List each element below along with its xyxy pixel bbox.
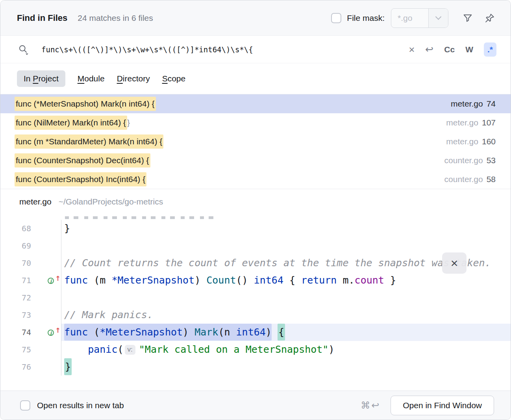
close-hint-button[interactable]: × xyxy=(442,252,467,274)
override-gutter-icon[interactable]: i↑ xyxy=(48,327,60,338)
code-editor-preview: 68 } 69 70 // Count returns the count of… xyxy=(0,214,511,391)
search-result-row[interactable]: func (m *StandardMeter) Mark(n int64) { … xyxy=(0,132,511,151)
result-match-text: func (CounterSnapshot) Dec(int64) { xyxy=(15,153,150,168)
code-line-76[interactable]: 76 } xyxy=(0,358,511,376)
preview-file-path: ~/GolandProjects/go-metrics xyxy=(59,197,163,206)
filter-button[interactable] xyxy=(462,12,474,24)
result-line-number: 107 xyxy=(482,118,496,127)
search-results-list: func (*MeterSnapshot) Mark(n int64) { me… xyxy=(0,94,511,189)
whole-words-toggle[interactable]: W xyxy=(465,45,473,54)
line-number: 76 xyxy=(0,358,31,376)
pin-icon xyxy=(484,13,495,24)
filter-icon xyxy=(462,13,473,24)
code-line-70[interactable]: 70 // Count returns the count of events … xyxy=(0,254,511,272)
find-in-files-dialog: Find in Files 24 matches in 6 files File… xyxy=(0,0,511,420)
result-line-number: 74 xyxy=(487,99,496,109)
matched-brace-highlight: } xyxy=(64,358,72,375)
search-result-row[interactable]: func (CounterSnapshot) Dec(int64) { coun… xyxy=(0,151,511,170)
result-match-text: func (CounterSnapshot) Inc(int64) { xyxy=(15,172,146,186)
override-gutter-icon[interactable]: i↑ xyxy=(48,275,60,286)
preview-header: meter.go ~/GolandProjects/go-metrics xyxy=(0,189,511,214)
scope-tabs: In Project Module Directory Scope xyxy=(0,63,511,94)
line-number: 75 xyxy=(0,341,31,358)
file-mask-select[interactable]: *.go xyxy=(391,8,448,28)
search-query-input[interactable]: func\s+\(([^\)]*\)\s+\w+\s*\(([^)]*int64… xyxy=(41,45,402,54)
result-line-number: 53 xyxy=(487,156,496,165)
result-file-name: meter.go xyxy=(446,118,478,127)
parameter-hint-inlay: v: xyxy=(125,345,135,355)
result-file-name: counter.go xyxy=(444,175,483,184)
open-in-find-window-button[interactable]: Open in Find Window xyxy=(391,396,494,415)
result-line-number: 160 xyxy=(482,137,496,146)
preview-pane: meter.go ~/GolandProjects/go-metrics 68 … xyxy=(0,189,511,391)
code-line-72[interactable]: 72 xyxy=(0,289,511,306)
scope-tab-module[interactable]: Module xyxy=(78,70,105,87)
file-mask-label: File mask: xyxy=(347,13,385,23)
match-count: 24 matches in 6 files xyxy=(78,13,153,23)
search-icon xyxy=(18,44,30,55)
result-match-text: func (NilMeter) Mark(n int64) { xyxy=(15,116,127,130)
dialog-header: Find in Files 24 matches in 6 files File… xyxy=(0,0,511,36)
regex-toggle[interactable]: .* xyxy=(484,42,496,57)
search-result-row[interactable]: func (CounterSnapshot) Inc(int64) { coun… xyxy=(0,170,511,189)
code-line-71[interactable]: 71 i↑ func (m *MeterSnapshot) Count() in… xyxy=(0,272,511,289)
result-match-text: func (m *StandardMeter) Mark(n int64) { xyxy=(15,134,163,149)
file-mask-value: *.go xyxy=(391,9,428,28)
scope-tab-directory[interactable]: Directory xyxy=(117,70,150,87)
matched-brace-highlight: { xyxy=(278,324,285,341)
close-icon: × xyxy=(451,256,458,271)
search-result-row[interactable]: func (NilMeter) Mark(n int64) {} meter.g… xyxy=(0,113,511,132)
comment-text: // Mark panics. xyxy=(64,309,153,321)
comment-text: // Count returns the count of events at … xyxy=(64,257,491,269)
scope-tab-in-project[interactable]: In Project xyxy=(17,70,65,87)
clear-search-button[interactable]: × xyxy=(409,44,415,55)
line-number: 71 xyxy=(0,272,31,289)
line-number: 70 xyxy=(0,254,31,272)
dialog-title: Find in Files xyxy=(17,13,67,23)
chevron-down-icon xyxy=(435,14,442,20)
result-line-number: 58 xyxy=(487,175,496,184)
search-field-row: func\s+\(([^\)]*\)\s+\w+\s*\(([^)]*int64… xyxy=(0,36,511,63)
code-line-73[interactable]: 73 // Mark panics. xyxy=(0,306,511,324)
line-number: 72 xyxy=(0,289,31,306)
line-number: 74 xyxy=(0,324,31,341)
result-file-name: counter.go xyxy=(444,156,483,165)
search-result-row[interactable]: func (*MeterSnapshot) Mark(n int64) { me… xyxy=(0,94,511,113)
result-file-name: meter.go xyxy=(446,137,478,146)
preview-file-name: meter.go xyxy=(19,197,52,206)
file-mask-dropdown-button[interactable] xyxy=(428,9,448,28)
line-number: 73 xyxy=(0,306,31,324)
dialog-footer: Open results in new tab ⌘↩ Open in Find … xyxy=(0,391,511,420)
file-mask-checkbox[interactable] xyxy=(331,13,341,23)
code-line-74[interactable]: 74 i↑ func (*MeterSnapshot) Mark(n int64… xyxy=(0,324,511,341)
open-results-new-tab-checkbox[interactable] xyxy=(20,400,30,411)
line-number: 69 xyxy=(0,237,31,254)
selected-match-highlight: func (*MeterSnapshot) Mark(n int64) xyxy=(64,324,272,341)
clipped-code-line xyxy=(0,214,511,220)
code-line-69[interactable]: 69 xyxy=(0,237,511,254)
open-results-new-tab-label: Open results in new tab xyxy=(37,401,124,410)
keyboard-shortcut-hint: ⌘↩ xyxy=(361,400,380,411)
scope-tab-scope[interactable]: Scope xyxy=(162,70,186,87)
line-number: 68 xyxy=(0,220,31,237)
code-line-75[interactable]: 75 panic(v:"Mark called on a MeterSnapsh… xyxy=(0,341,511,358)
code-line-68[interactable]: 68 } xyxy=(0,220,511,237)
result-match-text: func (*MeterSnapshot) Mark(n int64) { xyxy=(15,97,156,111)
search-history-button[interactable] xyxy=(18,44,30,55)
match-case-toggle[interactable]: Cc xyxy=(444,45,455,54)
string-literal: "Mark called on a MeterSnapshot" xyxy=(139,344,329,355)
result-file-name: meter.go xyxy=(451,99,483,109)
pin-button[interactable] xyxy=(484,12,496,24)
insert-newline-button[interactable]: ↩ xyxy=(425,44,433,54)
result-rest-text: } xyxy=(127,118,130,127)
